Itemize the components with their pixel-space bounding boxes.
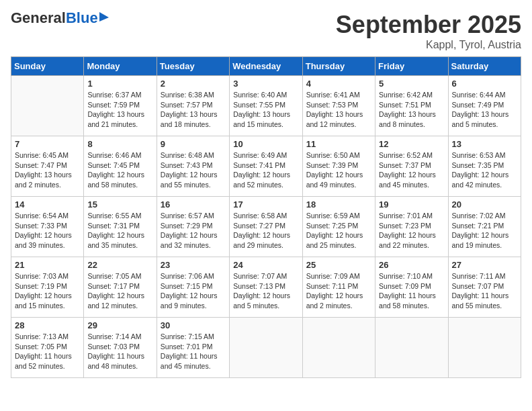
- day-number: 30: [161, 320, 226, 330]
- header-day-sunday: Sunday: [11, 57, 84, 76]
- day-info: Sunrise: 6:53 AMSunset: 7:35 PMDaylight:…: [452, 150, 517, 190]
- day-info: Sunrise: 7:02 AMSunset: 7:21 PMDaylight:…: [452, 211, 517, 250]
- day-info: Sunrise: 6:58 AMSunset: 7:27 PMDaylight:…: [233, 211, 298, 250]
- day-number: 24: [233, 260, 298, 270]
- day-number: 12: [379, 139, 444, 149]
- calendar-cell: 30Sunrise: 7:15 AMSunset: 7:01 PMDayligh…: [157, 318, 229, 378]
- day-number: 19: [379, 199, 444, 210]
- day-number: 10: [233, 139, 298, 149]
- page-header: GeneralBlue September 2025 Kappl, Tyrol,…: [11, 11, 521, 51]
- calendar-cell: 4Sunrise: 6:41 AMSunset: 7:53 PMDaylight…: [302, 76, 375, 136]
- calendar-cell: 16Sunrise: 6:57 AMSunset: 7:29 PMDayligh…: [157, 197, 229, 257]
- calendar-cell: 14Sunrise: 6:54 AMSunset: 7:33 PMDayligh…: [11, 197, 84, 257]
- day-number: 23: [161, 260, 226, 270]
- day-info: Sunrise: 7:07 AMSunset: 7:13 PMDaylight:…: [233, 271, 298, 311]
- logo-flag-icon: [99, 12, 109, 21]
- calendar-cell: 24Sunrise: 7:07 AMSunset: 7:13 PMDayligh…: [230, 257, 302, 318]
- day-number: 15: [87, 199, 152, 210]
- calendar-table: SundayMondayTuesdayWednesdayThursdayFrid…: [11, 56, 521, 378]
- calendar-cell: 18Sunrise: 6:59 AMSunset: 7:25 PMDayligh…: [302, 197, 375, 257]
- day-info: Sunrise: 7:01 AMSunset: 7:23 PMDaylight:…: [379, 211, 444, 250]
- header-row: SundayMondayTuesdayWednesdayThursdayFrid…: [11, 57, 521, 76]
- day-info: Sunrise: 6:59 AMSunset: 7:25 PMDaylight:…: [306, 211, 371, 250]
- day-info: Sunrise: 6:49 AMSunset: 7:41 PMDaylight:…: [233, 150, 298, 190]
- day-info: Sunrise: 7:03 AMSunset: 7:19 PMDaylight:…: [15, 271, 80, 311]
- day-number: 29: [87, 320, 152, 330]
- header-day-monday: Monday: [84, 57, 157, 76]
- day-info: Sunrise: 7:09 AMSunset: 7:11 PMDaylight:…: [306, 271, 371, 311]
- header-day-friday: Friday: [375, 57, 448, 76]
- day-info: Sunrise: 6:44 AMSunset: 7:49 PMDaylight:…: [452, 90, 517, 130]
- day-number: 26: [379, 260, 444, 270]
- calendar-cell: 17Sunrise: 6:58 AMSunset: 7:27 PMDayligh…: [230, 197, 302, 257]
- day-info: Sunrise: 7:14 AMSunset: 7:03 PMDaylight:…: [87, 332, 152, 371]
- day-number: 20: [452, 199, 517, 210]
- calendar-cell: 19Sunrise: 7:01 AMSunset: 7:23 PMDayligh…: [375, 197, 448, 257]
- calendar-cell: 9Sunrise: 6:48 AMSunset: 7:43 PMDaylight…: [157, 136, 229, 197]
- day-number: 21: [15, 260, 80, 270]
- logo-general: General: [11, 9, 66, 26]
- day-info: Sunrise: 6:48 AMSunset: 7:43 PMDaylight:…: [161, 150, 226, 190]
- day-number: 4: [306, 79, 371, 89]
- calendar-body: 1Sunrise: 6:37 AMSunset: 7:59 PMDaylight…: [11, 76, 521, 378]
- day-info: Sunrise: 7:10 AMSunset: 7:09 PMDaylight:…: [379, 271, 444, 311]
- calendar-cell: 8Sunrise: 6:46 AMSunset: 7:45 PMDaylight…: [84, 136, 157, 197]
- header-day-wednesday: Wednesday: [230, 57, 302, 76]
- calendar-cell: 28Sunrise: 7:13 AMSunset: 7:05 PMDayligh…: [11, 318, 84, 378]
- week-row-3: 21Sunrise: 7:03 AMSunset: 7:19 PMDayligh…: [11, 257, 521, 318]
- calendar-cell: [302, 318, 375, 378]
- day-number: 11: [306, 139, 371, 149]
- calendar-cell: 1Sunrise: 6:37 AMSunset: 7:59 PMDaylight…: [84, 76, 157, 136]
- day-number: 1: [87, 79, 152, 89]
- day-info: Sunrise: 6:57 AMSunset: 7:29 PMDaylight:…: [161, 211, 226, 250]
- header-day-saturday: Saturday: [448, 57, 521, 76]
- calendar-cell: [11, 76, 84, 136]
- week-row-4: 28Sunrise: 7:13 AMSunset: 7:05 PMDayligh…: [11, 318, 521, 378]
- calendar-cell: 5Sunrise: 6:42 AMSunset: 7:51 PMDaylight…: [375, 76, 448, 136]
- calendar-cell: 23Sunrise: 7:06 AMSunset: 7:15 PMDayligh…: [157, 257, 229, 318]
- logo-text: GeneralBlue: [11, 9, 98, 26]
- day-info: Sunrise: 6:38 AMSunset: 7:57 PMDaylight:…: [161, 90, 226, 130]
- calendar-cell: 10Sunrise: 6:49 AMSunset: 7:41 PMDayligh…: [230, 136, 302, 197]
- calendar-cell: 2Sunrise: 6:38 AMSunset: 7:57 PMDaylight…: [157, 76, 229, 136]
- logo: GeneralBlue: [11, 11, 98, 26]
- day-info: Sunrise: 7:11 AMSunset: 7:07 PMDaylight:…: [452, 271, 517, 311]
- day-number: 28: [15, 320, 80, 330]
- day-number: 2: [161, 79, 226, 89]
- day-info: Sunrise: 6:50 AMSunset: 7:39 PMDaylight:…: [306, 150, 371, 190]
- day-number: 17: [233, 199, 298, 210]
- day-number: 6: [452, 79, 517, 89]
- day-number: 8: [87, 139, 152, 149]
- title-block: September 2025 Kappl, Tyrol, Austria: [336, 11, 521, 51]
- calendar-cell: [230, 318, 302, 378]
- calendar-cell: 12Sunrise: 6:52 AMSunset: 7:37 PMDayligh…: [375, 136, 448, 197]
- day-number: 27: [452, 260, 517, 270]
- day-number: 16: [161, 199, 226, 210]
- calendar-cell: 29Sunrise: 7:14 AMSunset: 7:03 PMDayligh…: [84, 318, 157, 378]
- calendar-cell: [375, 318, 448, 378]
- day-info: Sunrise: 6:46 AMSunset: 7:45 PMDaylight:…: [87, 150, 152, 190]
- day-number: 18: [306, 199, 371, 210]
- day-number: 3: [233, 79, 298, 89]
- calendar-cell: 20Sunrise: 7:02 AMSunset: 7:21 PMDayligh…: [448, 197, 521, 257]
- day-number: 9: [161, 139, 226, 149]
- day-info: Sunrise: 7:05 AMSunset: 7:17 PMDaylight:…: [87, 271, 152, 311]
- day-info: Sunrise: 6:41 AMSunset: 7:53 PMDaylight:…: [306, 90, 371, 130]
- day-info: Sunrise: 6:45 AMSunset: 7:47 PMDaylight:…: [15, 150, 80, 190]
- calendar-cell: 6Sunrise: 6:44 AMSunset: 7:49 PMDaylight…: [448, 76, 521, 136]
- day-number: 13: [452, 139, 517, 149]
- day-info: Sunrise: 6:55 AMSunset: 7:31 PMDaylight:…: [87, 211, 152, 250]
- calendar-cell: 25Sunrise: 7:09 AMSunset: 7:11 PMDayligh…: [302, 257, 375, 318]
- day-number: 14: [15, 199, 80, 210]
- day-info: Sunrise: 6:42 AMSunset: 7:51 PMDaylight:…: [379, 90, 444, 130]
- day-info: Sunrise: 7:06 AMSunset: 7:15 PMDaylight:…: [161, 271, 226, 311]
- day-info: Sunrise: 6:37 AMSunset: 7:59 PMDaylight:…: [87, 90, 152, 130]
- header-day-tuesday: Tuesday: [157, 57, 229, 76]
- header-day-thursday: Thursday: [302, 57, 375, 76]
- day-number: 7: [15, 139, 80, 149]
- month-title: September 2025: [336, 11, 521, 39]
- calendar-cell: 15Sunrise: 6:55 AMSunset: 7:31 PMDayligh…: [84, 197, 157, 257]
- day-info: Sunrise: 6:52 AMSunset: 7:37 PMDaylight:…: [379, 150, 444, 190]
- calendar-cell: 11Sunrise: 6:50 AMSunset: 7:39 PMDayligh…: [302, 136, 375, 197]
- day-number: 22: [87, 260, 152, 270]
